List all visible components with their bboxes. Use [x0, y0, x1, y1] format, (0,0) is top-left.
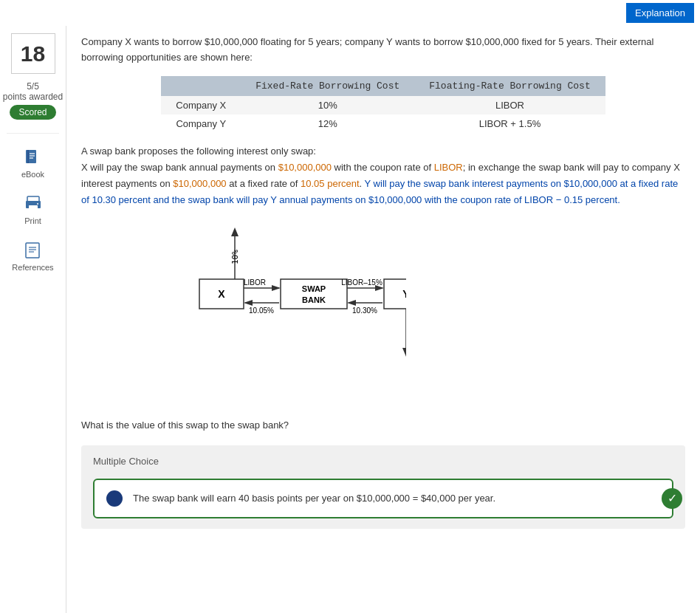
borrowing-table: Fixed-Rate Borrowing Cost Floating-Rate …: [161, 76, 605, 133]
svg-rect-18: [281, 279, 347, 309]
score-section: 5/5 points awarded Scored: [3, 81, 63, 120]
question-text: Company X wants to borrow $10,000,000 fl…: [81, 35, 685, 66]
sidebar-divider-1: [7, 133, 59, 134]
company-x-label: Company X: [161, 96, 241, 114]
svg-text:10%: 10%: [230, 250, 240, 264]
table-row: Company Y 12% LIBOR + 1.5%: [161, 114, 605, 133]
main-container: 18 5/5 points awarded Scored eBook: [0, 26, 700, 613]
diagram-container: 10% X SWAP BANK Y LIBOR 10.05%: [126, 220, 685, 405]
svg-marker-33: [347, 300, 356, 306]
swap-diagram: 10% X SWAP BANK Y LIBOR 10.05%: [126, 220, 406, 405]
company-y-label: Company Y: [161, 114, 241, 133]
sidebar-item-print[interactable]: Print: [23, 194, 44, 225]
svg-point-8: [37, 203, 38, 205]
scored-badge: Scored: [10, 105, 55, 120]
print-icon: [23, 194, 44, 214]
svg-text:10.30%: 10.30%: [352, 306, 377, 315]
correct-check-icon: ✓: [662, 488, 682, 509]
svg-marker-36: [402, 348, 406, 357]
points-awarded-label: points awarded: [3, 92, 63, 102]
sidebar: 18 5/5 points awarded Scored eBook: [0, 26, 66, 613]
svg-text:LIBOR: LIBOR: [244, 278, 266, 287]
company-y-floating: LIBOR + 1.5%: [414, 114, 605, 133]
swap-detail: X will pay the swap bank annual payments…: [81, 160, 685, 208]
top-bar: Explanation: [0, 0, 700, 26]
question-number: 18: [21, 41, 45, 66]
references-icon: [22, 240, 43, 261]
sidebar-item-ebook[interactable]: eBook: [21, 147, 44, 179]
multiple-choice-section: Multiple Choice The swap bank will earn …: [81, 445, 685, 529]
svg-text:BANK: BANK: [302, 295, 326, 304]
svg-rect-9: [26, 243, 39, 258]
table-row: Company X 10% LIBOR: [161, 96, 605, 114]
svg-text:SWAP: SWAP: [302, 284, 326, 293]
svg-rect-7: [29, 205, 38, 210]
question-number-box: 18: [11, 33, 55, 74]
swap-intro: A swap bank proposes the following inter…: [81, 143, 685, 160]
print-label: Print: [24, 216, 41, 225]
mc-label: Multiple Choice: [93, 456, 673, 467]
sidebar-item-references[interactable]: References: [12, 240, 53, 272]
answer-option-a[interactable]: The swap bank will earn 40 basis points …: [93, 479, 673, 518]
svg-text:LIBOR–15%: LIBOR–15%: [341, 278, 382, 287]
ebook-icon: [22, 147, 43, 168]
svg-text:Y: Y: [402, 288, 406, 300]
svg-text:10.05%: 10.05%: [249, 306, 274, 315]
col-company-header: [161, 76, 241, 96]
col-fixed-header: Fixed-Rate Borrowing Cost: [241, 76, 414, 96]
question-bottom: What is the value of this swap to the sw…: [81, 419, 685, 431]
svg-marker-27: [244, 300, 253, 306]
swap-description: A swap bank proposes the following inter…: [81, 143, 685, 208]
company-y-fixed: 12%: [241, 114, 414, 133]
answer-dot-a: [106, 490, 123, 507]
content-area: Company X wants to borrow $10,000,000 fl…: [66, 26, 700, 613]
answer-text-a: The swap bank will earn 40 basis points …: [133, 493, 660, 504]
ebook-label: eBook: [21, 170, 44, 179]
svg-marker-14: [231, 227, 239, 236]
references-label: References: [12, 263, 53, 272]
svg-marker-24: [272, 285, 281, 291]
explanation-button[interactable]: Explanation: [626, 3, 694, 23]
svg-text:X: X: [218, 288, 225, 300]
score-label: 5/5: [3, 81, 63, 92]
col-floating-header: Floating-Rate Borrowing Cost: [414, 76, 605, 96]
company-x-fixed: 10%: [241, 96, 414, 114]
company-x-floating: LIBOR: [414, 96, 605, 114]
svg-rect-1: [27, 150, 29, 163]
